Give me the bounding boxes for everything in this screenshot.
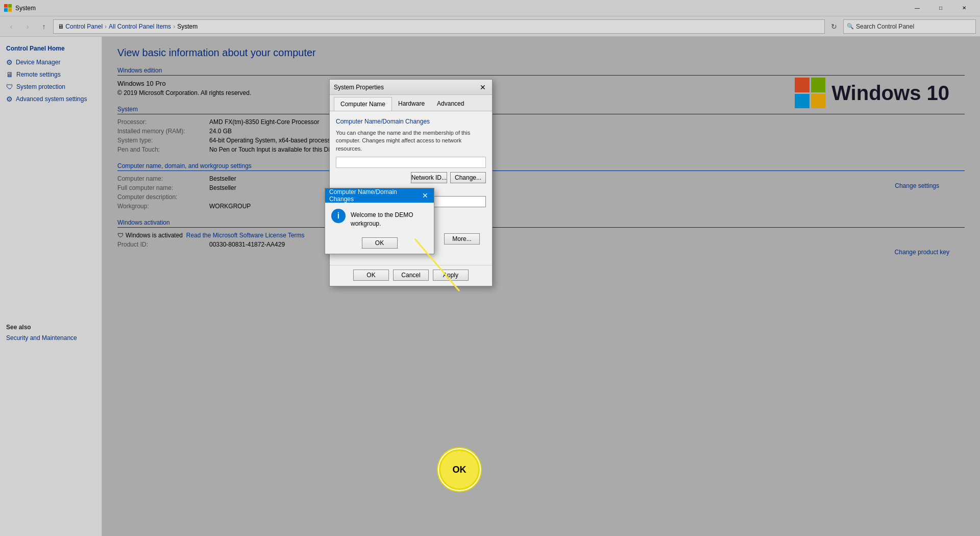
change-button[interactable]: Change... xyxy=(450,172,486,183)
cnd-title: Computer Name/Domain Changes xyxy=(329,188,421,203)
info-description: You can change the name and the membersh… xyxy=(336,129,486,153)
cnd-message: Welcome to the DEMO workgroup. xyxy=(351,209,428,228)
info-text: Computer Name/Domain Changes xyxy=(336,117,486,126)
tab-hardware[interactable]: Hardware xyxy=(392,97,431,111)
cnd-button-row: OK xyxy=(325,234,434,254)
cnd-close-button[interactable]: ✕ xyxy=(421,191,430,200)
ok-button[interactable]: OK xyxy=(353,270,389,281)
cnd-body: i Welcome to the DEMO workgroup. xyxy=(325,203,434,234)
cnd-changes-dialog: Computer Name/Domain Changes ✕ i Welcome… xyxy=(325,188,434,254)
annotation-circle: OK xyxy=(439,449,480,490)
more-button[interactable]: More... xyxy=(444,233,480,245)
system-properties-title: System Properties xyxy=(334,84,478,91)
system-properties-dialog: System Properties ✕ Computer Name Hardwa… xyxy=(329,79,493,286)
cancel-button[interactable]: Cancel xyxy=(393,270,429,281)
system-properties-close[interactable]: ✕ xyxy=(478,82,488,92)
tab-advanced[interactable]: Advanced xyxy=(431,97,470,111)
network-id-button[interactable]: Network ID... xyxy=(411,172,447,183)
cnd-ok-button[interactable]: OK xyxy=(362,237,398,249)
cnd-info-icon: i xyxy=(331,209,346,223)
computer-name-input-mock xyxy=(336,157,486,168)
cnd-titlebar: Computer Name/Domain Changes ✕ xyxy=(325,188,434,203)
apply-button[interactable]: Apply xyxy=(433,270,469,281)
tab-computer-name[interactable]: Computer Name xyxy=(334,97,392,111)
system-properties-bottom-buttons: OK Cancel Apply xyxy=(330,265,492,286)
system-properties-titlebar: System Properties ✕ xyxy=(330,80,492,95)
annotation-label: OK xyxy=(453,465,467,475)
